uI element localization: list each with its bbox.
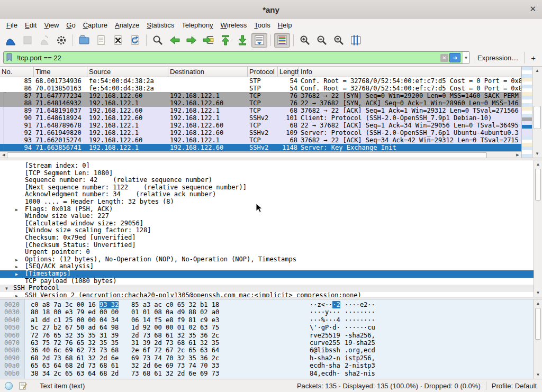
expert-info-icon[interactable] bbox=[5, 382, 13, 390]
menu-file[interactable]: File bbox=[3, 20, 22, 30]
scroll-left-icon[interactable]: ◀ bbox=[1, 152, 7, 158]
menu-help[interactable]: Help bbox=[275, 20, 296, 30]
hex-row-00a0[interactable]: 00a065 63 64 68 2d 73 68 6132 2d 6e 69 7… bbox=[0, 362, 534, 369]
detail-line[interactable]: [Calculated window size: 29056] bbox=[0, 220, 534, 227]
detail-line[interactable]: Sequence number: 42 (relative sequence n… bbox=[0, 177, 534, 184]
hex-row-0030[interactable]: 003080 18 00 e3 79 ed 00 0001 01 08 0a d… bbox=[0, 308, 534, 316]
detail-line[interactable]: Urgent pointer: 0 bbox=[0, 249, 534, 256]
close-file-button[interactable] bbox=[110, 33, 126, 48]
detail-line[interactable]: [Stream index: 0] bbox=[0, 162, 534, 170]
expand-right-icon[interactable]: ▶ bbox=[15, 263, 18, 270]
bytes-vscroll-thumb[interactable] bbox=[535, 308, 541, 340]
packet-row-87[interactable]: 8771.647777234192.168.122.60192.168.122.… bbox=[0, 92, 521, 99]
detail-line[interactable]: Checksum: 0x79ed [unverified] bbox=[0, 234, 534, 242]
detail-line[interactable]: [Checksum Status: Unverified] bbox=[0, 242, 534, 249]
scroll-right-icon[interactable]: ▶ bbox=[514, 152, 521, 158]
packet-row-85[interactable]: 8568.001734936fe:54:00:d4:38:2aSTP54Conf… bbox=[0, 77, 521, 85]
menu-view[interactable]: View bbox=[41, 20, 63, 30]
filter-clear-icon[interactable]: ✕ bbox=[440, 54, 448, 62]
scroll-down-icon[interactable]: ▼ bbox=[534, 289, 542, 296]
hex-row-0090[interactable]: 009068 2d 73 68 61 32 2d 6e69 73 74 70 3… bbox=[0, 354, 534, 362]
scroll-up-icon[interactable]: ▲ bbox=[534, 300, 542, 307]
expand-right-icon[interactable]: ▶ bbox=[15, 206, 18, 213]
zoom-out-button[interactable] bbox=[314, 33, 330, 48]
packet-row-92[interactable]: 9271.661949820192.168.122.1192.168.122.6… bbox=[0, 129, 521, 136]
scroll-up-icon[interactable]: ▲ bbox=[532, 67, 542, 74]
packet-list-vscroll-thumb[interactable] bbox=[534, 106, 541, 129]
details-vscrollbar[interactable]: ▲ ▼ bbox=[534, 160, 542, 297]
expand-right-icon[interactable]: ▶ bbox=[15, 293, 18, 297]
packet-row-86[interactable]: 8670.013850163fe:54:00:d4:38:2aSTP54Conf… bbox=[0, 85, 521, 92]
resize-columns-button[interactable] bbox=[348, 33, 364, 48]
column-header-no[interactable]: No. bbox=[0, 67, 34, 77]
column-header-time[interactable]: Time bbox=[34, 67, 87, 77]
packet-list-header[interactable]: No.TimeSourceDestinationProtocolLengthIn… bbox=[0, 67, 521, 77]
hex-row-00b0[interactable]: 00b038 34 2c 65 63 64 68 2d73 68 61 32 2… bbox=[0, 370, 534, 377]
display-filter-input[interactable]: !tcp.port == 22 bbox=[14, 54, 440, 62]
column-header-protocol[interactable]: Protocol bbox=[248, 67, 278, 77]
detail-line[interactable]: ▶Flags: 0x018 (PSH, ACK) bbox=[0, 206, 534, 213]
scroll-down-icon[interactable]: ▼ bbox=[534, 371, 542, 378]
go-forward-button[interactable] bbox=[184, 33, 200, 48]
close-icon[interactable]: ✕ bbox=[529, 4, 536, 14]
display-filter-field[interactable]: !tcp.port == 22 ✕ ➜ ▼ bbox=[3, 51, 470, 64]
packet-row-94[interactable]: 9471.663856741192.168.122.1192.168.122.6… bbox=[0, 144, 521, 151]
open-file-button[interactable] bbox=[76, 33, 92, 48]
menu-tools[interactable]: Tools bbox=[251, 20, 274, 30]
bytes-vscrollbar[interactable]: ▲ ▼ bbox=[534, 299, 542, 379]
column-header-info[interactable]: Info bbox=[299, 67, 521, 77]
hex-row-0050[interactable]: 00505c 27 b2 67 50 ad 64 981d 92 00 00 0… bbox=[0, 324, 534, 331]
scroll-down-icon[interactable]: ▼ bbox=[532, 150, 542, 157]
details-vscroll-thumb[interactable] bbox=[535, 169, 541, 200]
auto-scroll-button[interactable] bbox=[251, 33, 267, 48]
filter-dropdown-caret-icon[interactable]: ▼ bbox=[462, 52, 469, 63]
menu-statistics[interactable]: Statistics bbox=[143, 20, 178, 30]
go-first-button[interactable] bbox=[218, 33, 233, 48]
scroll-up-icon[interactable]: ▲ bbox=[534, 161, 542, 168]
capture-comment-icon[interactable] bbox=[19, 381, 27, 390]
menu-go[interactable]: Go bbox=[63, 20, 79, 30]
expand-right-icon[interactable]: ▶ bbox=[15, 271, 18, 278]
zoom-original-button[interactable] bbox=[331, 33, 347, 48]
packet-list-hscrollbar[interactable]: ◀ ▶ bbox=[0, 151, 521, 158]
go-to-packet-button[interactable] bbox=[201, 33, 216, 48]
start-capture-button[interactable] bbox=[3, 33, 19, 48]
filter-bookmark-icon[interactable] bbox=[5, 53, 14, 62]
expand-right-icon[interactable]: ▶ bbox=[15, 257, 18, 263]
column-header-destination[interactable]: Destination bbox=[168, 67, 248, 77]
menu-edit[interactable]: Edit bbox=[22, 20, 41, 30]
hex-row-0060[interactable]: 006072 76 65 32 35 35 31 392d 73 68 61 3… bbox=[0, 332, 534, 339]
menu-capture[interactable]: Capture bbox=[80, 20, 112, 30]
detail-line[interactable]: [Window size scaling factor: 128] bbox=[0, 227, 534, 234]
reload-file-button[interactable] bbox=[127, 33, 143, 48]
packet-row-88[interactable]: 8871.648146932192.168.122.1192.168.122.6… bbox=[0, 99, 521, 107]
detail-line[interactable]: Acknowledgment number: 34 (relative ack … bbox=[0, 191, 534, 198]
zoom-in-button[interactable] bbox=[297, 33, 313, 48]
column-header-length[interactable]: Length bbox=[278, 67, 299, 77]
packet-list-vscrollbar[interactable]: ▲ ▼ bbox=[532, 67, 542, 158]
add-filter-button[interactable]: + bbox=[524, 52, 539, 63]
expand-down-icon[interactable]: ▼ bbox=[5, 285, 8, 292]
detail-line[interactable]: 1000 .... = Header Length: 32 bytes (8) bbox=[0, 198, 534, 206]
detail-line[interactable]: ▶[SEQ/ACK analysis] bbox=[0, 263, 534, 270]
packet-row-91[interactable]: 9171.648789678192.168.122.1192.168.122.6… bbox=[0, 122, 521, 129]
hex-row-0040[interactable]: 0040a1 dd c1 25 00 00 04 3406 14 f5 e8 f… bbox=[0, 316, 534, 324]
intelligent-scrollbar-minimap[interactable] bbox=[521, 67, 532, 158]
detail-line[interactable]: ▼SSH Protocol bbox=[0, 285, 534, 292]
titlebar[interactable]: *any ✕ bbox=[0, 0, 542, 20]
column-header-source[interactable]: Source bbox=[87, 67, 168, 77]
go-last-button[interactable] bbox=[234, 33, 250, 48]
find-packet-button[interactable] bbox=[150, 33, 166, 48]
detail-line[interactable]: ▶Options: (12 bytes), No-Operation (NOP)… bbox=[0, 256, 534, 263]
menu-telephony[interactable]: Telephony bbox=[178, 20, 217, 30]
packet-row-93[interactable]: 9371.662015274192.168.122.60192.168.122.… bbox=[0, 136, 521, 144]
detail-line[interactable]: ▶[Timestamps] bbox=[0, 270, 534, 278]
detail-line[interactable]: Window size value: 227 bbox=[0, 213, 534, 220]
capture-options-button[interactable] bbox=[53, 33, 69, 48]
packet-row-89[interactable]: 8971.648191037192.168.122.60192.168.122.… bbox=[0, 107, 521, 114]
expression-button[interactable]: Expression… bbox=[477, 54, 518, 62]
hex-row-0080[interactable]: 008036 40 6c 69 62 73 73 682e 6f 72 67 2… bbox=[0, 347, 534, 354]
detail-line[interactable]: [TCP Segment Len: 1080] bbox=[0, 170, 534, 177]
detail-line[interactable]: TCP payload (1080 bytes) bbox=[0, 278, 534, 285]
menu-analyze[interactable]: Analyze bbox=[112, 20, 143, 30]
